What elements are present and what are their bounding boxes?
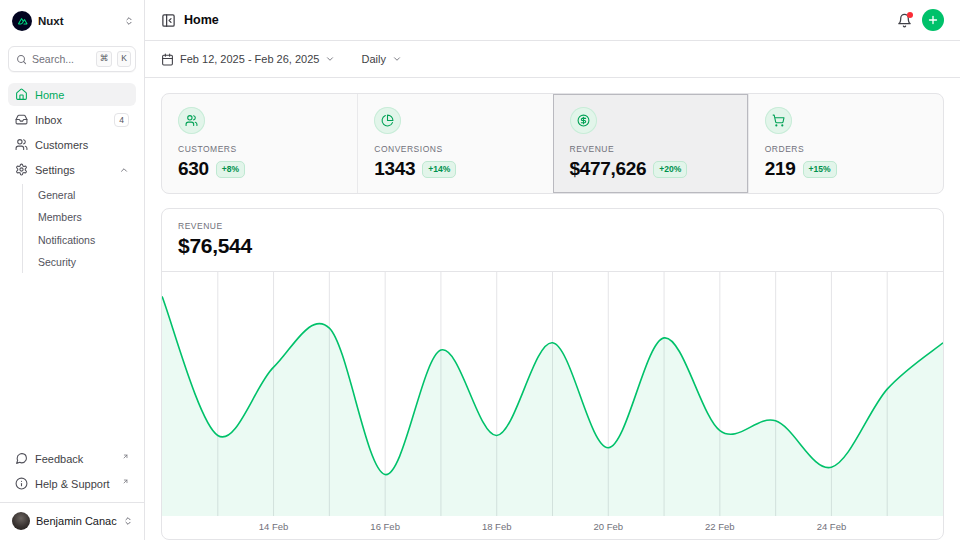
stat-label: CUSTOMERS: [178, 144, 341, 154]
search-input[interactable]: Search... ⌘ K: [8, 46, 136, 72]
house-icon: [15, 88, 28, 101]
info-circle-icon: [15, 477, 28, 490]
calendar-icon: [161, 53, 174, 66]
panel-left-close-icon[interactable]: [161, 13, 176, 28]
period-value: Daily: [361, 53, 385, 65]
content: CUSTOMERS 630 +8% CONVERSIONS 1343 +14%: [145, 78, 960, 540]
sidebar-subitem-security[interactable]: Security: [32, 252, 136, 274]
x-axis-tick: 16 Feb: [370, 521, 400, 532]
user-menu[interactable]: Benjamin Canac: [8, 510, 136, 532]
external-link-icon: [122, 478, 129, 485]
user-name: Benjamin Canac: [36, 515, 117, 527]
sidebar: Nuxt Search... ⌘ K Home: [0, 0, 145, 540]
filter-toolbar: Feb 12, 2025 - Feb 26, 2025 Daily: [145, 41, 960, 78]
x-axis-tick: 24 Feb: [817, 521, 847, 532]
stat-card-revenue[interactable]: REVENUE $477,626 +20%: [553, 94, 748, 193]
sidebar-item-label: Settings: [35, 164, 112, 176]
gear-icon: [15, 163, 28, 176]
chevron-down-icon: [392, 54, 402, 64]
message-circle-icon: [15, 452, 28, 465]
stat-delta-badge: +20%: [653, 161, 687, 178]
stat-card-orders[interactable]: ORDERS 219 +15%: [748, 94, 943, 193]
revenue-chart-card: REVENUE $76,544 14 Feb16 Feb18 Feb20 Feb…: [161, 208, 944, 540]
search-placeholder: Search...: [32, 53, 91, 65]
sidebar-divider: [0, 502, 144, 503]
stat-label: REVENUE: [570, 144, 732, 154]
sidebar-nav: Home Inbox 4 Customers Settings: [8, 83, 136, 273]
main-area: Home Feb 12, 2025 - Feb 26, 2025: [145, 0, 960, 540]
x-axis-tick: 14 Feb: [259, 521, 289, 532]
stat-delta-badge: +14%: [422, 161, 456, 178]
date-range-value: Feb 12, 2025 - Feb 26, 2025: [180, 53, 319, 65]
revenue-area-chart[interactable]: [162, 272, 943, 516]
users-icon: [15, 138, 28, 151]
stat-delta-badge: +15%: [803, 161, 837, 178]
stat-delta-badge: +8%: [216, 161, 245, 178]
sidebar-subitem-general[interactable]: General: [32, 184, 136, 206]
kbd-cmd: ⌘: [96, 51, 113, 66]
sidebar-subitem-members[interactable]: Members: [32, 207, 136, 229]
chart-x-axis: 14 Feb16 Feb18 Feb20 Feb22 Feb24 Feb: [162, 516, 943, 538]
external-link-icon: [122, 453, 129, 460]
circle-dollar-icon: [570, 107, 597, 134]
sidebar-item-settings[interactable]: Settings: [8, 158, 136, 181]
inbox-count-badge: 4: [114, 113, 129, 127]
new-item-button[interactable]: [922, 9, 944, 31]
stat-card-customers[interactable]: CUSTOMERS 630 +8%: [162, 94, 357, 193]
chevron-down-icon: [325, 54, 335, 64]
unread-notification-dot: [907, 12, 913, 18]
x-axis-tick: 22 Feb: [705, 521, 735, 532]
chart-header: REVENUE $76,544: [162, 209, 943, 272]
sidebar-footer-nav: Feedback Help & Support: [8, 447, 136, 495]
stat-label: ORDERS: [765, 144, 927, 154]
page-title: Home: [184, 13, 219, 27]
workspace-name: Nuxt: [38, 15, 118, 27]
stat-card-conversions[interactable]: CONVERSIONS 1343 +14%: [357, 94, 552, 193]
users-icon: [178, 107, 205, 134]
chart-current-value: $76,544: [178, 234, 927, 258]
stat-value: $477,626: [570, 158, 647, 180]
sidebar-subitem-notifications[interactable]: Notifications: [32, 229, 136, 251]
stat-label: CONVERSIONS: [374, 144, 536, 154]
workspace-selector[interactable]: Nuxt: [8, 9, 136, 31]
chevron-up-icon: [119, 165, 129, 175]
sidebar-item-help-support[interactable]: Help & Support: [8, 472, 136, 495]
chevrons-up-down-icon: [124, 16, 134, 26]
pie-chart-icon: [374, 107, 401, 134]
sidebar-item-inbox[interactable]: Inbox 4: [8, 108, 136, 131]
sidebar-item-label: Home: [35, 89, 129, 101]
nuxt-logo-icon: [12, 11, 32, 31]
chevrons-up-down-icon: [123, 516, 133, 526]
sidebar-item-label: Customers: [35, 139, 129, 151]
plus-icon: [927, 14, 939, 26]
x-axis-tick: 20 Feb: [593, 521, 623, 532]
sidebar-item-home[interactable]: Home: [8, 83, 136, 106]
stat-value: 219: [765, 158, 796, 180]
stats-strip: CUSTOMERS 630 +8% CONVERSIONS 1343 +14%: [161, 93, 944, 194]
date-range-picker[interactable]: Feb 12, 2025 - Feb 26, 2025: [161, 53, 335, 66]
top-header: Home: [145, 0, 960, 41]
chart-title: REVENUE: [178, 221, 927, 231]
stat-value: 1343: [374, 158, 415, 180]
search-icon: [16, 54, 27, 65]
sidebar-item-customers[interactable]: Customers: [8, 133, 136, 156]
app-root: Nuxt Search... ⌘ K Home: [0, 0, 960, 540]
notifications-button[interactable]: [897, 13, 912, 28]
avatar: [12, 512, 30, 530]
sidebar-item-label: Inbox: [35, 114, 107, 126]
settings-submenu: General Members Notifications Security: [22, 184, 136, 273]
shopping-cart-icon: [765, 107, 792, 134]
sidebar-item-label: Help & Support: [35, 478, 114, 490]
stat-value: 630: [178, 158, 209, 180]
sidebar-item-label: Feedback: [35, 453, 114, 465]
x-axis-tick: 18 Feb: [482, 521, 512, 532]
sidebar-spacer: [8, 273, 136, 447]
sidebar-item-feedback[interactable]: Feedback: [8, 447, 136, 470]
kbd-k: K: [117, 51, 131, 66]
period-select[interactable]: Daily: [361, 53, 401, 65]
inbox-icon: [15, 113, 28, 126]
